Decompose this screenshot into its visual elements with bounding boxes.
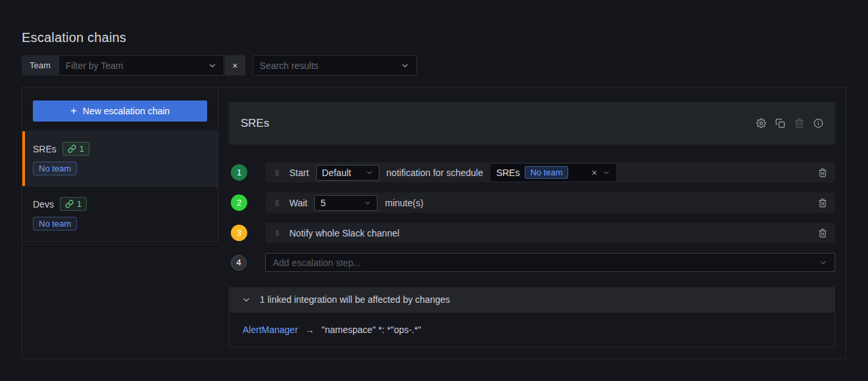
add-step-placeholder: Add escalation step...	[273, 258, 819, 268]
schedule-value: SREs	[496, 168, 520, 178]
clear-team-filter-button[interactable]: ×	[225, 55, 245, 76]
linked-integrations-header-text: 1 linked integration will be affected by…	[260, 294, 450, 305]
chevron-down-icon	[366, 169, 374, 177]
route-arrow: →	[305, 325, 314, 335]
search-results-select[interactable]: Search results	[253, 55, 417, 76]
drag-dots-icon	[274, 198, 281, 208]
trash-icon	[818, 198, 827, 208]
drag-handle[interactable]	[272, 197, 282, 209]
sidebar-top: + New escalation chain	[22, 87, 218, 131]
search-results-placeholder: Search results	[260, 60, 395, 71]
chevron-down-icon	[602, 169, 610, 177]
add-escalation-step-select[interactable]: Add escalation step...	[265, 253, 835, 272]
drag-handle[interactable]	[272, 167, 282, 179]
linked-integrations-badge: 1	[62, 142, 89, 156]
chains-sidebar: + New escalation chain SREs 1 No team De…	[22, 87, 218, 242]
delete-chain-button[interactable]	[794, 118, 804, 128]
step-label: Wait	[289, 198, 307, 208]
wait-duration-value: 5	[320, 198, 326, 208]
wait-duration-select[interactable]: 5	[314, 195, 377, 211]
step-label: Start	[289, 168, 309, 178]
drag-dots-icon	[274, 168, 281, 177]
linked-integrations-toggle[interactable]: 1 linked integration will be affected by…	[229, 287, 835, 312]
schedule-team-badge: No team	[525, 166, 567, 179]
route-expression: "namespace" *: *"ops-.*"	[322, 325, 421, 335]
chain-header: SREs	[229, 102, 835, 145]
team-filter-placeholder: Filter by Team	[66, 60, 203, 71]
escalation-step-3: 3 Notify whole Slack channel	[231, 223, 835, 243]
chain-name-row: Devs 1	[33, 197, 207, 211]
chain-list-item-devs[interactable]: Devs 1 No team	[22, 186, 218, 242]
settings-button[interactable]	[756, 118, 766, 128]
escalation-step-2: 2 Wait 5 minute(s)	[231, 192, 835, 213]
step-row: Start Default notification for schedule …	[266, 162, 835, 183]
escalation-step-1: 1 Start Default notification for schedul…	[231, 162, 835, 183]
notification-policy-value: Default	[322, 168, 351, 178]
delete-step-button[interactable]	[818, 229, 827, 238]
step-number-badge: 1	[231, 164, 247, 181]
escalation-steps: 1 Start Default notification for schedul…	[229, 162, 835, 272]
step-number-badge: 4	[231, 255, 247, 271]
delete-step-button[interactable]	[818, 198, 827, 208]
new-escalation-chain-button[interactable]: + New escalation chain	[33, 101, 207, 122]
chevron-down-icon	[241, 295, 251, 305]
chevron-down-icon	[208, 61, 217, 70]
team-filter-label: Team	[22, 55, 59, 76]
chevron-down-icon	[364, 199, 372, 207]
link-icon	[65, 200, 74, 208]
linked-integrations-badge: 1	[60, 197, 87, 211]
linked-count: 1	[80, 144, 84, 154]
gear-icon	[756, 118, 766, 128]
chain-detail-panel: SREs 1 Start Default	[218, 87, 846, 359]
team-badge: No team	[33, 217, 77, 231]
linked-count: 1	[77, 199, 82, 209]
chain-list-item-sres[interactable]: SREs 1 No team	[22, 131, 218, 186]
chain-name-row: SREs 1	[33, 142, 207, 156]
drag-dots-icon	[274, 229, 281, 238]
chevron-down-icon	[819, 259, 827, 267]
info-button[interactable]	[813, 118, 823, 128]
plus-icon: +	[70, 105, 77, 116]
new-escalation-chain-label: New escalation chain	[83, 106, 170, 116]
step-label: notification for schedule	[387, 168, 483, 178]
trash-icon	[818, 229, 827, 238]
trash-icon	[794, 118, 804, 128]
step-label: Notify whole Slack channel	[289, 228, 399, 238]
add-escalation-step: 4 Add escalation step...	[231, 253, 835, 272]
linked-integrations-section: 1 linked integration will be affected by…	[229, 287, 835, 347]
copy-icon	[775, 118, 785, 128]
copy-chain-button[interactable]	[775, 118, 785, 128]
chevron-down-icon	[400, 61, 410, 70]
step-label: minute(s)	[385, 198, 423, 208]
linked-integration-row: AlertManager → "namespace" *: *"ops-.*"	[229, 312, 835, 347]
chain-actions	[756, 118, 823, 128]
delete-step-button[interactable]	[818, 168, 827, 177]
clear-schedule-button[interactable]: ×	[592, 167, 598, 178]
step-row: Notify whole Slack channel	[266, 223, 835, 243]
escalation-chains-page: Escalation chains Team Filter by Team × …	[0, 0, 868, 359]
chain-name: SREs	[33, 144, 57, 154]
chain-name: Devs	[33, 199, 54, 210]
link-icon	[68, 145, 76, 153]
schedule-select[interactable]: SREs No team ×	[491, 164, 617, 181]
page-title: Escalation chains	[22, 0, 846, 45]
notification-policy-select[interactable]: Default	[316, 165, 379, 181]
step-row: Wait 5 minute(s)	[266, 192, 835, 213]
step-number-badge: 3	[231, 225, 247, 241]
escalation-chains-card: + New escalation chain SREs 1 No team De…	[22, 87, 846, 359]
chain-title: SREs	[241, 117, 269, 130]
trash-icon	[818, 168, 827, 177]
integration-link[interactable]: AlertManager	[243, 325, 298, 335]
team-badge: No team	[33, 162, 77, 175]
step-number-badge: 2	[231, 194, 247, 211]
team-filter-select[interactable]: Filter by Team	[59, 55, 224, 76]
drag-handle[interactable]	[272, 227, 282, 239]
info-icon	[813, 118, 823, 128]
filter-bar: Team Filter by Team × Search results	[22, 55, 846, 76]
